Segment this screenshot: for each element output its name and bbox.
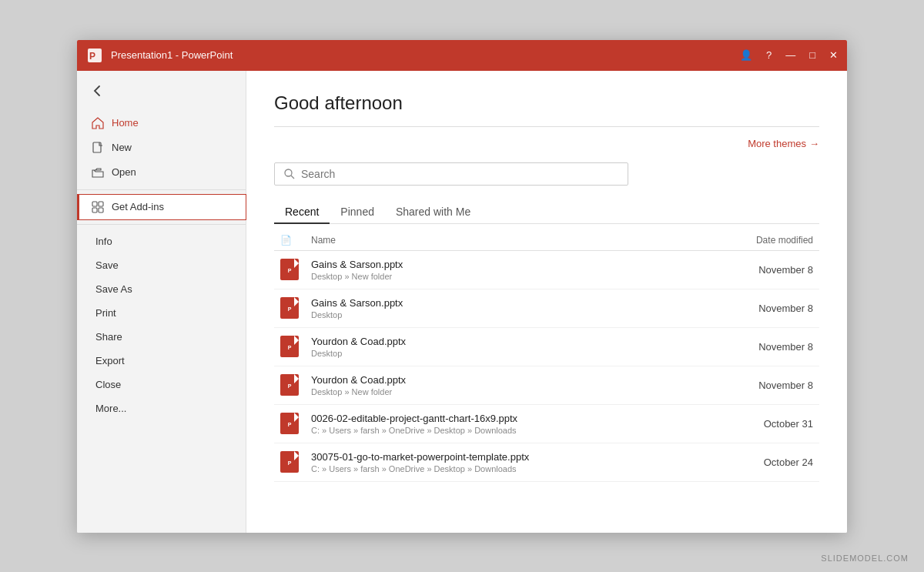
sidebar-item-more[interactable]: More... bbox=[77, 396, 246, 420]
file-date: November 8 bbox=[711, 289, 819, 327]
files-list: P Gains & Sarson.pptx Desktop » New fold… bbox=[274, 250, 819, 481]
file-path: Desktop bbox=[311, 310, 705, 319]
file-date: November 8 bbox=[711, 327, 819, 366]
file-icon-cell: P bbox=[274, 366, 305, 404]
content-area: Good afternoon More themes → Recent bbox=[246, 71, 847, 533]
file-info-cell: Yourdon & Coad.pptx Desktop bbox=[305, 327, 711, 366]
file-name: Yourdon & Coad.pptx bbox=[311, 336, 705, 347]
search-bar[interactable] bbox=[274, 162, 628, 186]
search-icon bbox=[284, 169, 295, 179]
file-name: Gains & Sarson.pptx bbox=[311, 297, 705, 309]
back-button[interactable] bbox=[77, 77, 246, 108]
powerpoint-window: P Presentation1 - PowerPoint 👤 ? — □ ✕ H… bbox=[77, 40, 847, 533]
file-info-cell: 30075-01-go-to-market-powerpoint-templat… bbox=[305, 443, 711, 481]
file-icon-cell: P bbox=[274, 443, 305, 481]
file-path: C: » Users » farsh » OneDrive » Desktop … bbox=[311, 426, 705, 435]
tab-recent[interactable]: Recent bbox=[274, 201, 330, 224]
table-row[interactable]: P Yourdon & Coad.pptx Desktop » New fold… bbox=[274, 366, 819, 404]
pptx-icon: P bbox=[280, 374, 299, 396]
sidebar-item-save-as[interactable]: Save As bbox=[77, 277, 246, 301]
home-icon bbox=[92, 117, 104, 129]
sidebar-item-share[interactable]: Share bbox=[77, 325, 246, 349]
more-themes-link[interactable]: More themes → bbox=[748, 138, 819, 149]
pptx-icon: P bbox=[280, 336, 299, 357]
file-tabs: Recent Pinned Shared with Me bbox=[274, 201, 819, 224]
table-row[interactable]: P Gains & Sarson.pptx Desktop November 8 bbox=[274, 289, 819, 327]
file-path: C: » Users » farsh » OneDrive » Desktop … bbox=[311, 464, 705, 473]
sidebar-open-label: Open bbox=[112, 166, 136, 178]
file-info-cell: Yourdon & Coad.pptx Desktop » New folder bbox=[305, 366, 711, 404]
file-path: Desktop » New folder bbox=[311, 272, 705, 281]
open-icon bbox=[92, 166, 104, 179]
watermark: SLIDEMODEL.COM bbox=[821, 554, 909, 563]
window-title: Presentation1 - PowerPoint bbox=[111, 49, 740, 61]
file-path: Desktop bbox=[311, 349, 705, 358]
sidebar-addins-label: Get Add-ins bbox=[112, 201, 164, 212]
svg-rect-5 bbox=[92, 208, 97, 212]
file-date: November 8 bbox=[711, 366, 819, 404]
more-themes-label: More themes bbox=[748, 138, 806, 149]
powerpoint-logo-icon: P bbox=[86, 47, 103, 64]
file-path: Desktop » New folder bbox=[311, 387, 705, 396]
file-date: October 31 bbox=[711, 404, 819, 443]
file-name: Yourdon & Coad.pptx bbox=[311, 374, 705, 386]
sidebar-new-label: New bbox=[112, 142, 132, 153]
file-info-cell: Gains & Sarson.pptx Desktop bbox=[305, 289, 711, 327]
svg-rect-3 bbox=[92, 202, 97, 206]
file-date: November 8 bbox=[711, 250, 819, 289]
table-row[interactable]: P 30075-01-go-to-market-powerpoint-templ… bbox=[274, 443, 819, 481]
icon-col-header: 📄 bbox=[274, 230, 305, 251]
date-col-header: Date modified bbox=[711, 230, 819, 251]
sidebar-item-print[interactable]: Print bbox=[77, 301, 246, 325]
file-icon-cell: P bbox=[274, 250, 305, 289]
file-name: Gains & Sarson.pptx bbox=[311, 259, 705, 270]
help-icon[interactable]: ? bbox=[766, 49, 772, 61]
svg-point-7 bbox=[285, 169, 292, 176]
add-ins-icon bbox=[92, 201, 104, 213]
svg-rect-6 bbox=[99, 208, 103, 212]
sidebar-item-home[interactable]: Home bbox=[77, 111, 246, 135]
sidebar-divider bbox=[77, 189, 246, 190]
tab-pinned[interactable]: Pinned bbox=[330, 201, 385, 224]
window-controls: 👤 ? — □ ✕ bbox=[740, 49, 838, 61]
table-row[interactable]: P Yourdon & Coad.pptx Desktop November 8 bbox=[274, 327, 819, 366]
sidebar-item-info[interactable]: Info bbox=[77, 229, 246, 253]
sidebar-item-save[interactable]: Save bbox=[77, 253, 246, 277]
sidebar-item-export[interactable]: Export bbox=[77, 349, 246, 373]
person-icon[interactable]: 👤 bbox=[740, 49, 752, 61]
file-icon-cell: P bbox=[274, 327, 305, 366]
more-themes-container: More themes → bbox=[274, 136, 819, 150]
file-date: October 24 bbox=[711, 443, 819, 481]
maximize-button[interactable]: □ bbox=[809, 49, 815, 61]
tab-shared[interactable]: Shared with Me bbox=[385, 201, 481, 224]
pptx-icon: P bbox=[280, 259, 299, 280]
pptx-icon: P bbox=[280, 451, 299, 473]
svg-text:P: P bbox=[89, 51, 95, 62]
file-name: 0026-02-editable-project-gantt-chart-16x… bbox=[311, 413, 705, 424]
svg-rect-4 bbox=[99, 202, 103, 206]
table-row[interactable]: P Gains & Sarson.pptx Desktop » New fold… bbox=[274, 250, 819, 289]
main-area: Home New Open bbox=[77, 71, 847, 533]
pptx-icon: P bbox=[280, 413, 299, 434]
search-input[interactable] bbox=[301, 168, 618, 180]
file-info-cell: Gains & Sarson.pptx Desktop » New folder bbox=[305, 250, 711, 289]
sidebar-item-open[interactable]: Open bbox=[77, 160, 246, 185]
sidebar-item-get-add-ins[interactable]: Get Add-ins bbox=[77, 195, 246, 219]
sidebar-divider-2 bbox=[77, 224, 246, 225]
sidebar-item-close[interactable]: Close bbox=[77, 373, 246, 396]
name-col-header: Name bbox=[305, 230, 711, 251]
sidebar-home-label: Home bbox=[112, 117, 139, 129]
close-button[interactable]: ✕ bbox=[829, 49, 838, 61]
doc-icon: 📄 bbox=[280, 235, 292, 246]
minimize-button[interactable]: — bbox=[785, 49, 795, 61]
file-icon-cell: P bbox=[274, 289, 305, 327]
files-table: 📄 Name Date modified P Gains & Sarson.pp… bbox=[274, 230, 819, 482]
file-info-cell: 0026-02-editable-project-gantt-chart-16x… bbox=[305, 404, 711, 443]
table-row[interactable]: P 0026-02-editable-project-gantt-chart-1… bbox=[274, 404, 819, 443]
divider bbox=[274, 126, 819, 127]
sidebar: Home New Open bbox=[77, 71, 246, 533]
file-name: 30075-01-go-to-market-powerpoint-templat… bbox=[311, 451, 705, 463]
sidebar-item-new[interactable]: New bbox=[77, 135, 246, 160]
table-header-row: 📄 Name Date modified bbox=[274, 230, 819, 251]
back-arrow-icon bbox=[89, 83, 105, 99]
